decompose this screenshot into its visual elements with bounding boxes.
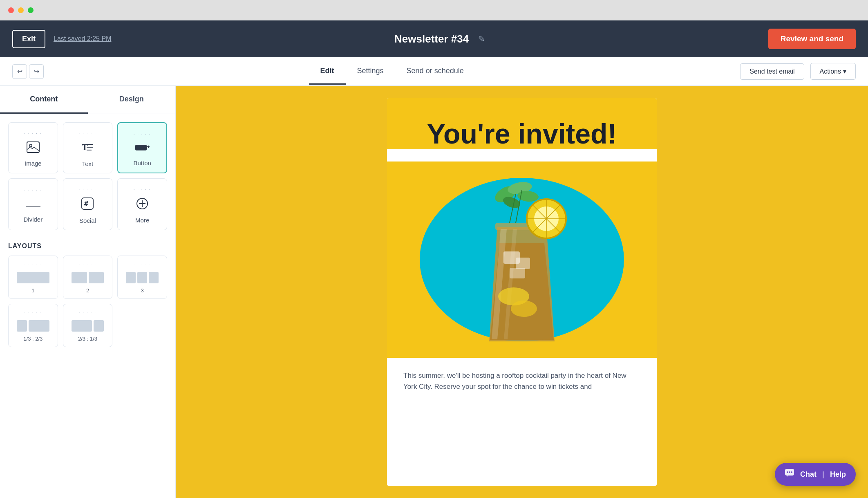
layout-1-3-2-3[interactable]: · · · · · 1/3 : 2/3 [8, 304, 58, 347]
content-blocks-grid: · · · · · Image · · · · · T [0, 114, 175, 238]
layout-2-label: 2 [86, 287, 89, 294]
layout-split-right-preview [72, 320, 104, 332]
block-dots: · · · · · [134, 187, 151, 192]
sidebar-tab-design[interactable]: Design [88, 86, 176, 114]
layout-dots: · · · · · [79, 262, 96, 266]
layout-dots: · · · · · [24, 310, 42, 314]
title-bar [0, 0, 868, 20]
top-nav: Exit Last saved 2:25 PM Newsletter #34 ✎… [0, 20, 868, 57]
layout-2col[interactable]: · · · · · 2 [63, 256, 113, 299]
svg-point-36 [787, 471, 788, 473]
svg-rect-20 [510, 268, 525, 278]
actions-label: Actions [820, 68, 841, 75]
chat-divider: | [822, 470, 824, 479]
review-send-button[interactable]: Review and send [768, 29, 856, 49]
email-heading: You're invited! [403, 119, 640, 149]
chat-label: Chat [800, 470, 817, 479]
social-label: Social [79, 217, 96, 224]
send-test-email-button[interactable]: Send test email [740, 63, 804, 80]
sidebar-tab-content[interactable]: Content [0, 86, 88, 114]
social-icon: # [81, 197, 94, 213]
last-saved[interactable]: Last saved 2:25 PM [54, 35, 111, 43]
svg-rect-6 [135, 145, 147, 150]
nav-center: Newsletter #34 ✎ [394, 33, 485, 45]
block-more[interactable]: · · · · · More [117, 178, 167, 230]
layout-1col[interactable]: · · · · · 1 [8, 256, 58, 299]
svg-point-38 [791, 471, 792, 473]
nav-actions: Send test email Actions ▾ [740, 63, 856, 80]
layouts-title: LAYOUTS [8, 242, 167, 250]
email-body: This summer, we'll be hosting a rooftop … [387, 358, 657, 404]
undo-redo-section: ↩ ↪ [12, 64, 44, 79]
layout-3-preview [126, 272, 159, 283]
button-icon [135, 142, 150, 155]
svg-point-1 [29, 144, 32, 147]
email-canvas: You're invited! [387, 98, 657, 486]
sidebar: Content Design · · · · · Image · · · · · [0, 86, 176, 498]
block-dots: · · · · · [24, 188, 42, 193]
more-icon [136, 197, 148, 213]
traffic-light-yellow[interactable] [18, 7, 24, 13]
more-label: More [135, 217, 149, 224]
layout-dots: · · · · · [24, 262, 42, 266]
divider-label: Divider [23, 216, 43, 223]
canvas-area: You're invited! [176, 86, 868, 498]
layout-3-label: 3 [141, 287, 144, 294]
block-dots: · · · · · [79, 187, 96, 191]
sidebar-tabs: Content Design [0, 86, 175, 114]
layout-dots: · · · · · [134, 262, 151, 266]
svg-rect-0 [27, 142, 39, 153]
layouts-section: LAYOUTS · · · · · 1 · · · · · [0, 238, 175, 355]
svg-point-22 [511, 301, 537, 317]
layout-2-preview [72, 272, 104, 283]
layout-1-label: 1 [31, 287, 34, 294]
undo-button[interactable]: ↩ [12, 64, 27, 79]
traffic-light-red[interactable] [8, 7, 14, 13]
help-label: Help [830, 470, 846, 479]
edit-title-icon[interactable]: ✎ [478, 34, 485, 44]
traffic-light-green[interactable] [28, 7, 34, 13]
image-label: Image [25, 160, 42, 167]
block-image[interactable]: · · · · · Image [8, 122, 58, 173]
block-dots: · · · · · [79, 131, 96, 135]
text-label: Text [82, 160, 94, 167]
block-social[interactable]: · · · · · # Social [63, 178, 113, 230]
divider-icon [26, 199, 40, 212]
block-dots: · · · · · [24, 131, 42, 136]
document-title: Newsletter #34 [394, 33, 469, 45]
layout-dots: · · · · · [79, 310, 96, 314]
block-divider[interactable]: · · · · · Divider [8, 178, 58, 230]
svg-text:#: # [84, 200, 88, 208]
email-body-text: This summer, we'll be hosting a rooftop … [403, 370, 640, 392]
tab-send-schedule[interactable]: Send or schedule [395, 58, 475, 85]
editor-tabs: Edit Settings Send or schedule [309, 58, 475, 85]
layouts-grid: · · · · · 1 · · · · · 2 [8, 256, 167, 347]
layout-1-preview [17, 272, 49, 283]
chat-widget[interactable]: Chat | Help [775, 463, 856, 486]
actions-chevron-icon: ▾ [843, 67, 846, 75]
secondary-nav: ↩ ↪ Edit Settings Send or schedule Send … [0, 57, 868, 86]
svg-rect-19 [516, 258, 530, 269]
tab-settings[interactable]: Settings [346, 58, 395, 85]
block-dots: · · · · · [134, 132, 151, 137]
layout-split-left-label: 1/3 : 2/3 [23, 336, 43, 342]
text-icon: T [81, 141, 94, 156]
block-text[interactable]: · · · · · T Text [63, 122, 113, 173]
block-button[interactable]: · · · · · Button [117, 122, 167, 173]
redo-button[interactable]: ↪ [29, 64, 44, 79]
layout-2-3-1-3[interactable]: · · · · · 2/3 : 1/3 [63, 304, 113, 347]
main-content: Content Design · · · · · Image · · · · · [0, 86, 868, 498]
nav-left: Exit Last saved 2:25 PM [12, 30, 111, 48]
chat-bubble-icon [785, 469, 794, 480]
image-icon [27, 141, 40, 156]
email-image-section [387, 162, 657, 358]
exit-button[interactable]: Exit [12, 30, 45, 48]
actions-button[interactable]: Actions ▾ [810, 63, 856, 80]
layout-split-left-preview [17, 320, 49, 332]
tab-edit[interactable]: Edit [309, 58, 346, 85]
button-label: Button [133, 159, 151, 166]
email-header: You're invited! [387, 98, 657, 149]
svg-point-37 [789, 471, 790, 473]
layout-split-right-label: 2/3 : 1/3 [78, 336, 97, 342]
layout-3col[interactable]: · · · · · 3 [117, 256, 167, 299]
